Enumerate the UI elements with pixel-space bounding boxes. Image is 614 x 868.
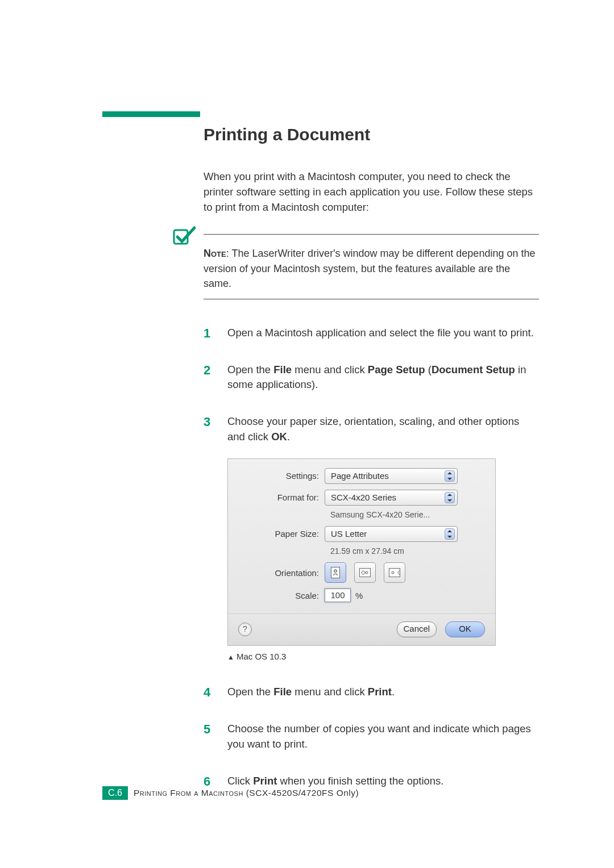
document-page: Printing a Document When you print with …	[0, 0, 614, 868]
stepper-icon	[445, 470, 455, 482]
note-label: Note	[204, 248, 226, 259]
step-number: 1	[204, 324, 210, 343]
step-3: 3 Choose your paper size, orientation, s…	[204, 414, 539, 663]
step-1: 1 Open a Macintosh application and selec…	[204, 326, 539, 341]
formatfor-row: Format for: SCX-4x20 Series	[242, 490, 482, 506]
papersize-row: Paper Size: US Letter	[242, 526, 482, 542]
checkmark-icon	[172, 224, 197, 252]
formatfor-subtext: Samsung SCX-4x20 Serie...	[330, 509, 482, 520]
papersize-value: US Letter	[331, 528, 367, 540]
scale-unit: %	[355, 590, 363, 602]
stepper-icon	[445, 528, 455, 540]
orientation-portrait-button[interactable]	[325, 562, 346, 583]
page-setup-figure: Settings: Page Attributes Format for: SC…	[227, 458, 539, 663]
orientation-landscape-right-button[interactable]	[354, 562, 376, 583]
step-1-text: Open a Macintosh application and select …	[227, 327, 534, 339]
content-column: Printing a Document When you print with …	[204, 0, 539, 788]
step-5: 5 Choose the number of copies you want a…	[204, 721, 539, 752]
note-block: Note: The LaserWriter driver's window ma…	[204, 234, 539, 299]
step-4: 4 Open the File menu and click Print.	[204, 685, 539, 700]
step-number: 3	[204, 413, 210, 431]
help-button[interactable]: ?	[238, 623, 252, 636]
page-setup-dialog: Settings: Page Attributes Format for: SC…	[227, 458, 496, 646]
step-4-text: Open the File menu and click Print.	[227, 686, 395, 698]
settings-select[interactable]: Page Attributes	[325, 468, 458, 484]
figure-caption: ▲Mac OS 10.3	[227, 650, 539, 663]
page-footer: C.6 Printing From a Macintosh (SCX-4520S…	[102, 786, 359, 800]
svg-point-1	[334, 570, 337, 572]
step-3-text: Choose your paper size, orientation, sca…	[227, 415, 519, 443]
page-number-badge: C.6	[102, 786, 128, 800]
landscape-icon	[359, 568, 371, 577]
intro-paragraph: When you print with a Macintosh computer…	[204, 169, 539, 215]
footer-text: Printing From a Macintosh (SCX-4520S/472…	[134, 788, 359, 798]
note-text: Note: The LaserWriter driver's window ma…	[204, 246, 539, 290]
orientation-row: Orientation:	[242, 562, 482, 583]
step-2: 2 Open the File menu and click Page Setu…	[204, 362, 539, 393]
section-rule	[102, 111, 200, 117]
svg-point-2	[366, 571, 368, 574]
cancel-button[interactable]: Cancel	[397, 621, 437, 637]
step-number: 2	[204, 361, 210, 379]
formatfor-value: SCX-4x20 Series	[331, 491, 396, 504]
step-number: 4	[204, 683, 210, 702]
svg-point-3	[392, 571, 394, 574]
scale-label: Scale:	[242, 590, 325, 602]
settings-row: Settings: Page Attributes	[242, 468, 482, 484]
settings-value: Page Attributes	[331, 470, 389, 482]
portrait-icon	[331, 567, 340, 578]
dialog-body: Settings: Page Attributes Format for: SC…	[228, 459, 495, 615]
formatfor-label: Format for:	[242, 491, 325, 504]
papersize-subtext: 21.59 cm x 27.94 cm	[330, 545, 482, 557]
step-5-text: Choose the number of copies you want and…	[227, 723, 531, 750]
note-body: : The LaserWriter driver's window may be…	[204, 248, 535, 289]
dialog-button-group: Cancel OK	[391, 621, 485, 637]
steps-list: 1 Open a Macintosh application and selec…	[204, 326, 539, 789]
papersize-label: Paper Size:	[242, 528, 325, 540]
dialog-footer: ? Cancel OK	[228, 614, 495, 645]
ok-button[interactable]: OK	[445, 621, 485, 637]
orientation-landscape-left-button[interactable]	[384, 562, 405, 583]
step-2-text: Open the File menu and click Page Setup …	[227, 364, 526, 391]
landscape-icon	[389, 568, 400, 577]
step-6-text: Click Print when you finish setting the …	[227, 775, 443, 787]
step-number: 5	[204, 720, 210, 738]
orientation-label: Orientation:	[242, 567, 325, 579]
triangle-up-icon: ▲	[227, 653, 234, 661]
formatfor-select[interactable]: SCX-4x20 Series	[325, 490, 458, 506]
page-title: Printing a Document	[204, 0, 539, 144]
settings-label: Settings:	[242, 470, 325, 482]
stepper-icon	[445, 492, 455, 503]
papersize-select[interactable]: US Letter	[325, 526, 458, 542]
scale-input[interactable]: 100	[325, 589, 351, 602]
scale-row: Scale: 100 %	[242, 589, 482, 602]
